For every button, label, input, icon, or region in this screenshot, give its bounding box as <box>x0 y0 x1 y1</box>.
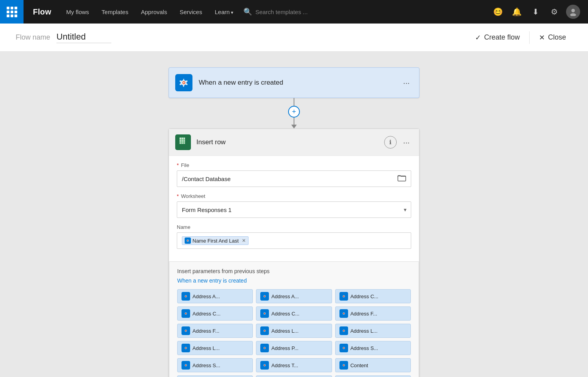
download-icon[interactable]: ⬇ <box>527 3 544 20</box>
param-label-6: Address F... <box>192 328 220 334</box>
file-field-group: * File /Contact Database <box>177 162 411 187</box>
param-label-4: Address C... <box>271 311 299 317</box>
param-icon-5 <box>339 309 348 318</box>
action-card-header: Insert row ℹ ··· <box>169 129 419 156</box>
param-icon-11 <box>339 344 348 352</box>
param-label-8: Address L... <box>350 328 377 334</box>
param-label-14: Content <box>350 362 368 368</box>
param-label-12: Address S... <box>192 362 220 368</box>
param-icon-10 <box>260 344 269 352</box>
avatar[interactable] <box>566 5 580 19</box>
param-icon-3 <box>181 309 190 318</box>
param-chip-12[interactable]: Address S... <box>177 358 253 372</box>
trigger-more-button[interactable]: ··· <box>400 77 413 89</box>
param-chip-9[interactable]: Address L... <box>177 341 253 355</box>
svg-point-38 <box>343 347 345 349</box>
feedback-icon[interactable]: 😊 <box>489 3 506 20</box>
add-step-button[interactable]: + <box>288 106 300 118</box>
param-chip-16[interactable]: Email <box>256 375 332 377</box>
param-icon-13 <box>260 361 269 370</box>
action-card: Insert row ℹ ··· * File /Contact Databas… <box>169 129 419 377</box>
param-icon-8 <box>339 326 348 335</box>
nav-services[interactable]: Services <box>174 5 208 18</box>
param-chip-1[interactable]: Address A... <box>256 289 332 303</box>
action-more-button[interactable]: ··· <box>400 136 413 149</box>
param-icon-0 <box>181 292 190 301</box>
param-chip-4[interactable]: Address C... <box>256 306 332 321</box>
sheets-icon <box>178 136 188 149</box>
search-input[interactable] <box>255 9 341 15</box>
file-label: * File <box>177 162 411 168</box>
param-chip-7[interactable]: Address L... <box>256 324 332 338</box>
nav-templates[interactable]: Templates <box>96 5 134 18</box>
svg-point-44 <box>343 364 345 366</box>
worksheet-select[interactable]: Form Responses 1 <box>177 201 411 218</box>
search-icon[interactable]: 🔍 <box>243 7 252 16</box>
param-icon-9 <box>181 344 190 352</box>
name-field-group: Name Name First And Last ✕ <box>177 224 411 249</box>
param-icon-6 <box>181 326 190 335</box>
flow-name-input[interactable]: Untitled <box>56 32 111 43</box>
svg-rect-6 <box>180 138 185 144</box>
param-chip-13[interactable]: Address T... <box>256 358 332 372</box>
info-button[interactable]: ℹ <box>384 136 397 149</box>
nav-links: My flows Templates Approvals Services Le… <box>61 5 239 18</box>
param-label-9: Address L... <box>192 345 220 351</box>
worksheet-select-wrap: Form Responses 1 ▾ <box>177 201 411 218</box>
param-chip-17[interactable]: Entry Ad... <box>335 375 411 377</box>
file-required-marker: * <box>177 162 179 168</box>
name-tag-close-button[interactable]: ✕ <box>242 238 246 243</box>
param-label-3: Address C... <box>192 311 221 317</box>
svg-point-16 <box>185 295 187 297</box>
svg-point-30 <box>264 330 266 332</box>
search-bar: 🔍 <box>243 7 341 16</box>
param-chip-14[interactable]: Content <box>335 358 411 372</box>
flow-canvas: When a new entry is created ··· + <box>0 52 588 377</box>
nav-learn[interactable]: Learn <box>209 5 239 18</box>
waffle-button[interactable] <box>0 0 24 24</box>
file-input[interactable]: /Contact Database <box>177 170 411 187</box>
file-value: /Contact Database <box>182 176 230 182</box>
param-icon-4 <box>260 309 269 318</box>
name-tag-text: Name First And Last <box>192 238 239 244</box>
svg-rect-12 <box>398 176 406 181</box>
settings-icon[interactable]: ⚙ <box>546 3 563 20</box>
name-input[interactable]: Name First And Last ✕ <box>177 232 411 249</box>
dropdown-link[interactable]: When a new entry is created <box>177 277 411 284</box>
param-chip-2[interactable]: Address C... <box>335 289 411 303</box>
svg-point-14 <box>187 240 189 241</box>
param-label-10: Address P... <box>271 345 298 351</box>
svg-point-40 <box>185 364 187 366</box>
param-chip-10[interactable]: Address P... <box>256 341 332 355</box>
connector-arrow <box>291 125 297 129</box>
close-button[interactable]: ✕ Close <box>533 30 572 45</box>
connector-line-bottom <box>294 118 294 125</box>
param-chip-15[interactable]: Content T... <box>177 375 253 377</box>
param-chip-5[interactable]: Address F... <box>335 306 411 321</box>
trigger-card[interactable]: When a new entry is created ··· <box>169 67 419 98</box>
svg-point-0 <box>572 9 575 13</box>
flow-name-label: Flow name <box>16 33 50 42</box>
worksheet-label-text: Worksheet <box>181 193 205 199</box>
param-chip-8[interactable]: Address L... <box>335 324 411 338</box>
param-label-0: Address A... <box>192 294 220 299</box>
nav-my-flows[interactable]: My flows <box>61 5 94 18</box>
waffle-icon <box>7 7 17 17</box>
notifications-icon[interactable]: 🔔 <box>508 3 525 20</box>
param-chip-0[interactable]: Address A... <box>177 289 253 303</box>
folder-icon[interactable] <box>397 174 406 183</box>
param-label-13: Address T... <box>271 362 298 368</box>
nav-approvals[interactable]: Approvals <box>135 5 172 18</box>
param-chip-11[interactable]: Address S... <box>335 341 411 355</box>
param-label-2: Address C... <box>350 294 379 299</box>
params-dropdown: Insert parameters from previous steps Wh… <box>169 261 419 377</box>
svg-point-34 <box>185 347 187 349</box>
param-chip-6[interactable]: Address F... <box>177 324 253 338</box>
name-label-text: Name <box>177 224 191 230</box>
toolbar: Flow name Untitled ✓ Create flow ✕ Close <box>0 24 588 52</box>
create-flow-button[interactable]: ✓ Create flow <box>469 30 526 45</box>
name-value: Name First And Last ✕ <box>182 236 406 245</box>
svg-point-36 <box>264 347 266 349</box>
param-label-11: Address S... <box>350 345 378 351</box>
param-chip-3[interactable]: Address C... <box>177 306 253 321</box>
